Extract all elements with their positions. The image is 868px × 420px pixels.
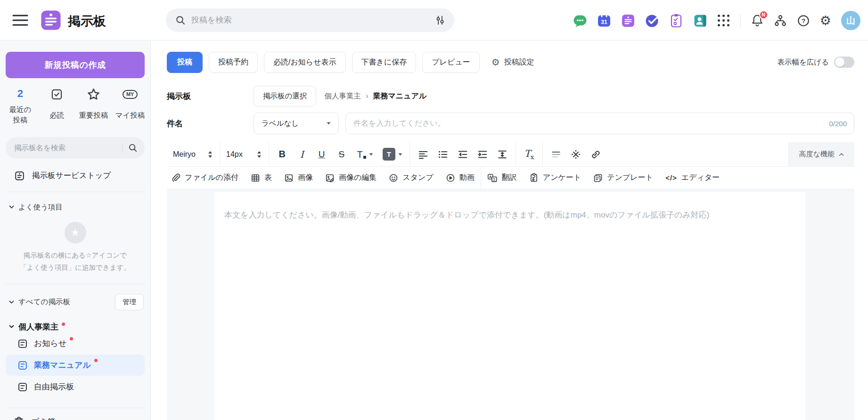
recent-posts-count: 2 (17, 87, 23, 101)
attach-file-button[interactable]: ファイルの添付 (167, 167, 245, 189)
special-character-button[interactable] (566, 145, 585, 164)
font-family-select[interactable]: Meiryo (167, 142, 220, 166)
sidebar-item-trash[interactable]: ゴミ箱 (14, 416, 144, 420)
settings-gear-icon[interactable]: ⚙ (820, 14, 831, 27)
preview-button[interactable]: プレビュー (422, 52, 480, 73)
board-app-icon[interactable] (621, 14, 635, 28)
font-size-select[interactable]: 14px (220, 142, 269, 166)
unread-dot (70, 337, 73, 340)
toggle-knob (835, 57, 844, 67)
board-doc-icon (17, 382, 28, 392)
save-draft-button[interactable]: 下書きに保存 (352, 52, 417, 73)
user-avatar[interactable]: 山 (841, 11, 860, 30)
indent-button[interactable] (473, 145, 492, 164)
org-chart-icon[interactable] (774, 14, 787, 27)
editor-page[interactable]: 本文を入力してください。画像/動画、ファイルもドラッグ＆ドロップで添付できます。… (214, 192, 805, 420)
sidebar-item-recent-posts[interactable]: 2 最近の投稿 (2, 87, 39, 126)
editor-toolbar: Meiryo 14px B I U S T (167, 142, 854, 189)
highlight-color-button[interactable]: T (379, 145, 406, 164)
tasks-app-icon[interactable] (645, 14, 659, 28)
sidebar-item-must-read[interactable]: 必読 (39, 87, 75, 126)
sidebar-item-service-top[interactable]: 掲示板サービストップ (14, 170, 144, 181)
sidebar-divider (6, 192, 145, 192)
contacts-app-icon[interactable] (693, 14, 707, 28)
messenger-app-icon[interactable] (573, 14, 587, 28)
editor-placeholder: 本文を入力してください。画像/動画、ファイルもドラッグ＆ドロップで添付できます。… (224, 210, 795, 220)
advanced-features-button[interactable]: 高度な機能 (788, 142, 854, 166)
quick-nav: 2 最近の投稿 必読 重要投稿 MY マイ投稿 (2, 87, 148, 126)
insert-image-button[interactable]: 画像 (278, 167, 319, 189)
code-editor-button[interactable]: </> エディター (659, 167, 726, 189)
search-filter-icon[interactable] (435, 15, 445, 25)
survey-button[interactable]: アンケート (523, 167, 588, 189)
must-read-label: 必読 (49, 111, 64, 121)
link-button[interactable] (586, 145, 605, 164)
chevron-down-icon (9, 205, 14, 209)
outdent-button[interactable] (453, 145, 472, 164)
board-search-icon[interactable] (128, 143, 138, 153)
translate-button[interactable]: A文 翻訳 (481, 167, 523, 189)
breadcrumb-current: 業務マニュアル (373, 91, 427, 101)
my-posts-icon: MY (123, 87, 138, 102)
label-select[interactable]: ラベルなし (254, 113, 339, 134)
header-separator (740, 14, 741, 27)
text-color-button[interactable]: T (352, 145, 378, 164)
app-grid-menu-icon[interactable] (717, 14, 730, 27)
widen-view-toggle[interactable] (834, 57, 854, 68)
help-icon[interactable]: ? (797, 14, 810, 27)
insert-inline-group (543, 142, 609, 166)
board-item-label: 業務マニュアル (34, 360, 91, 371)
insert-stamp-button[interactable]: スタンプ (383, 167, 440, 189)
bullet-list-button[interactable] (434, 145, 452, 164)
post-settings-button[interactable]: ⚙ 投稿設定 (491, 57, 534, 67)
trash-icon (14, 416, 24, 420)
subject-input[interactable] (353, 119, 823, 128)
search-input[interactable] (191, 16, 435, 25)
sidebar-board-item[interactable]: 自由掲示板 (6, 376, 145, 397)
stepper-icon (257, 151, 262, 158)
sidebar-board-item-selected[interactable]: 業務マニュアル (6, 355, 145, 376)
italic-button[interactable]: I (293, 145, 311, 164)
search-icon (175, 15, 186, 25)
post-search-bar (166, 8, 454, 32)
board-doc-icon (17, 360, 28, 371)
template-button[interactable]: テンプレート (587, 167, 659, 189)
sidebar-item-important-posts[interactable]: 重要投稿 (75, 87, 112, 126)
post-button[interactable]: 投稿 (167, 52, 203, 73)
survey-app-icon[interactable] (669, 14, 683, 28)
sidebar-item-my-posts[interactable]: MY マイ投稿 (112, 87, 148, 126)
edit-image-button[interactable]: 画像の編集 (319, 167, 383, 189)
board-doc-icon (17, 339, 28, 349)
favorites-section-header[interactable]: よく使う項目 (9, 202, 144, 212)
calendar-app-icon[interactable]: 31 (597, 14, 611, 28)
bold-button[interactable]: B (273, 145, 292, 164)
must-read-display-button[interactable]: 必読/お知らせ表示 (264, 52, 346, 73)
board-item-label: お知らせ (34, 338, 66, 349)
sidebar-board-item[interactable]: お知らせ (6, 333, 145, 354)
favorites-empty-star-icon: ★ (65, 222, 86, 243)
new-post-button[interactable]: 新規投稿の作成 (6, 52, 145, 78)
horizontal-rule-button[interactable] (547, 145, 565, 164)
search-divider (122, 143, 123, 153)
schedule-post-button[interactable]: 投稿予約 (209, 52, 258, 73)
notification-bell-icon[interactable]: N (751, 14, 764, 28)
board-group-header[interactable]: 個人事業主 (9, 322, 144, 332)
char-counter: 0/200 (829, 120, 847, 128)
line-height-button[interactable] (493, 145, 512, 164)
board-search-input[interactable] (14, 144, 118, 152)
widen-view-label: 表示幅を広げる (777, 57, 829, 67)
main-content: 投稿 投稿予約 必読/お知らせ表示 下書きに保存 プレビュー ⚙ 投稿設定 表示… (151, 41, 868, 420)
breadcrumb-group: 個人事業主 (324, 91, 361, 101)
editor-body: 本文を入力してください。画像/動画、ファイルもドラッグ＆ドロップで添付できます。… (167, 189, 854, 420)
strikethrough-button[interactable]: S (332, 145, 351, 164)
clear-format-button[interactable]: Tx (520, 145, 539, 164)
board-select-button[interactable]: 掲示板の選択 (254, 86, 316, 106)
hamburger-menu-icon[interactable] (12, 14, 28, 26)
all-boards-section-header[interactable]: すべての掲示板 管理 (9, 294, 144, 310)
insert-table-button[interactable]: 表 (245, 167, 278, 189)
underline-button[interactable]: U (312, 145, 331, 164)
post-settings-label: 投稿設定 (504, 57, 534, 67)
manage-button[interactable]: 管理 (115, 294, 144, 310)
align-button[interactable] (414, 145, 433, 164)
insert-video-button[interactable]: 動画 (440, 167, 481, 189)
